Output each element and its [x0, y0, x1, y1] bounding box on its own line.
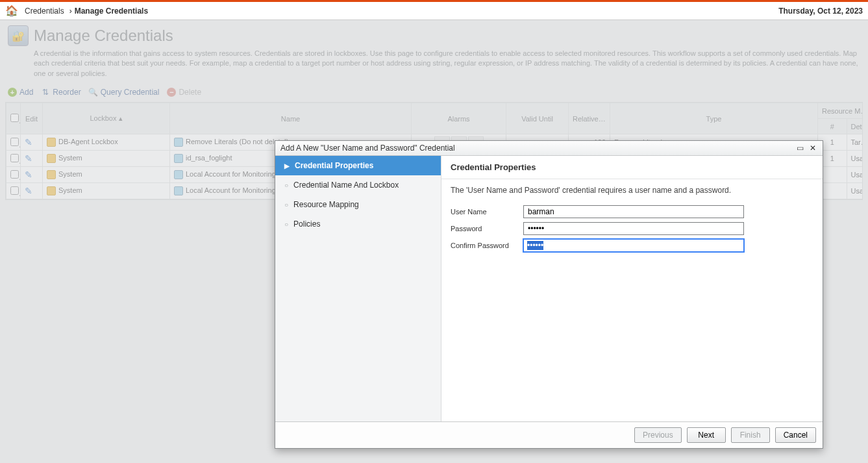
modal-title-text: Add A New "User Name and Password" Crede…	[280, 144, 455, 153]
credential-form: User Name Password Confirm Password ••••…	[441, 201, 823, 256]
bullet-icon: ○	[284, 201, 288, 208]
breadcrumb-root[interactable]: Credentials	[25, 6, 64, 16]
panel-description: The 'User Name and Password' credential …	[441, 179, 823, 201]
modal-footer: Previous Next Finish Cancel	[275, 421, 823, 448]
wizard-step-name-lockbox[interactable]: ○ Credential Name And Lockbox	[275, 175, 441, 195]
password-input[interactable]	[523, 222, 744, 235]
step-label-mapping: Resource Mapping	[293, 200, 359, 209]
wizard-step-properties[interactable]: ▶ Credential Properties	[275, 156, 441, 175]
step-label-name-lockbox: Credential Name And Lockbox	[293, 181, 399, 190]
modal-close-icon[interactable]: ✕	[808, 144, 817, 153]
panel-heading: Credential Properties	[441, 156, 823, 179]
wizard-step-policies[interactable]: ○ Policies	[275, 214, 441, 234]
wizard-nav: ▶ Credential Properties ○ Credential Nam…	[275, 156, 441, 421]
step-label-policies: Policies	[293, 219, 320, 229]
step-label-properties: Credential Properties	[295, 161, 373, 170]
chevron-right-icon: ›	[69, 6, 72, 16]
next-button[interactable]: Next	[687, 427, 726, 443]
cancel-button[interactable]: Cancel	[775, 427, 816, 443]
modal-title-bar: Add A New "User Name and Password" Crede…	[275, 141, 823, 156]
finish-button[interactable]: Finish	[731, 427, 770, 443]
confirm-password-label: Confirm Password	[451, 242, 523, 249]
modal-popout-icon[interactable]: ▭	[795, 144, 804, 153]
modal-add-credential: Add A New "User Name and Password" Crede…	[275, 140, 823, 449]
triangle-right-icon: ▶	[284, 162, 290, 169]
password-label: Password	[451, 225, 523, 232]
username-label: User Name	[451, 208, 523, 216]
confirm-password-input[interactable]	[523, 239, 744, 252]
username-input[interactable]	[523, 205, 744, 218]
home-icon[interactable]: 🏠	[5, 5, 18, 17]
bullet-icon: ○	[284, 221, 288, 228]
previous-button[interactable]: Previous	[634, 427, 682, 443]
breadcrumb-current: Manage Credentials	[75, 6, 148, 16]
breadcrumb: 🏠 Credentials › Manage Credentials Thurs…	[0, 2, 868, 20]
bullet-icon: ○	[284, 182, 288, 189]
header-date: Thursday, Oct 12, 2023	[778, 6, 863, 16]
wizard-step-mapping[interactable]: ○ Resource Mapping	[275, 195, 441, 214]
confirm-password-value: ••••••	[527, 241, 543, 250]
